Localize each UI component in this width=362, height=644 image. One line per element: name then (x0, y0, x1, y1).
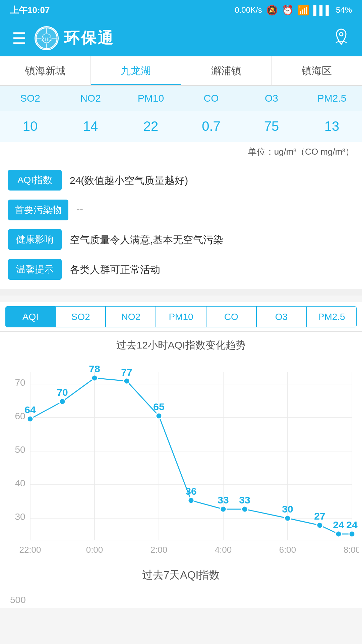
val-no2: 14 (60, 111, 121, 142)
pollutant-value: -- (68, 200, 354, 219)
point-3 (124, 378, 130, 384)
navbar-left: ☰ ZHB 环保通 (12, 26, 114, 50)
aqi-label: AQI指数 (8, 170, 62, 191)
location-tabs: 镇海新城 九龙湖 澥浦镇 镇海区 (0, 56, 362, 86)
alarm-icon: ⏰ (282, 5, 294, 16)
logo-icon: ZHB (35, 26, 59, 50)
point-10 (336, 531, 342, 537)
label-24b: 24 (346, 519, 358, 530)
info-row-pollutant: 首要污染物 -- (8, 200, 354, 221)
header-o3: O3 (241, 86, 302, 111)
point-1 (59, 398, 65, 405)
location-icon[interactable] (333, 28, 350, 49)
chart-tab-so2[interactable]: SO2 (56, 306, 106, 327)
val-co: 0.7 (181, 111, 241, 142)
pollutants-values: 10 14 22 0.7 75 13 (0, 111, 362, 142)
status-bar: 上午10:07 0.00K/s 🔕 ⏰ 📶 ▌▌▌ 54% (0, 0, 362, 20)
point-7 (242, 506, 248, 512)
point-5 (188, 497, 194, 503)
chart-tab-pm25[interactable]: PM2.5 (306, 306, 357, 327)
chart-area: 70 60 50 40 30 (3, 359, 359, 562)
val-pm25: 13 (302, 111, 362, 142)
x-label-400: 4:00 (215, 545, 232, 555)
header-pm10: PM10 (121, 86, 181, 111)
chart-tab-pm10[interactable]: PM10 (156, 306, 206, 327)
point-4 (156, 413, 162, 419)
status-time: 上午10:07 (10, 4, 50, 16)
label-30: 30 (282, 503, 293, 515)
point-11 (349, 531, 355, 537)
chart-tab-co[interactable]: CO (206, 306, 256, 327)
val-o3: 75 (241, 111, 302, 142)
mute-icon: 🔕 (266, 5, 278, 16)
header-so2: SO2 (0, 86, 60, 111)
chart-line (30, 378, 352, 534)
pollutant-label: 首要污染物 (8, 200, 68, 220)
label-33b: 33 (239, 494, 250, 505)
header-co: CO (181, 86, 241, 111)
label-70: 70 (57, 387, 68, 398)
chart-tab-aqi[interactable]: AQI (5, 306, 56, 327)
tab-zhenhaiq[interactable]: 镇海区 (272, 56, 362, 85)
info-section: AQI指数 24(数值越小空气质量越好) 首要污染物 -- 健康影响 空气质量令… (0, 163, 362, 289)
info-row-aqi: AQI指数 24(数值越小空气质量越好) (8, 170, 354, 192)
info-row-tip: 温馨提示 各类人群可正常活动 (8, 259, 354, 281)
label-24a: 24 (333, 519, 344, 530)
chart-title: 过去12小时AQI指数变化趋势 (3, 338, 359, 352)
logo-area: ZHB 环保通 (35, 26, 114, 50)
chart-container: 过去12小时AQI指数变化趋势 70 60 50 40 30 (0, 332, 362, 589)
chart-tab-o3[interactable]: O3 (256, 306, 307, 327)
label-33a: 33 (218, 494, 229, 505)
chart-section: AQI SO2 NO2 PM10 CO O3 PM2.5 过去12小时AQI指数… (0, 302, 362, 589)
point-9 (317, 522, 323, 528)
point-6 (220, 506, 226, 512)
signal-icon: ▌▌▌ (313, 5, 332, 15)
bottom-500-indicator: 500 (0, 589, 362, 608)
header-no2: NO2 (60, 86, 121, 111)
svg-text:40: 40 (15, 478, 25, 488)
label-27: 27 (314, 511, 325, 522)
chart-tabs: AQI SO2 NO2 PM10 CO O3 PM2.5 (0, 302, 362, 332)
svg-text:50: 50 (15, 444, 25, 455)
tip-label: 温馨提示 (8, 259, 62, 280)
pollutants-header: SO2 NO2 PM10 CO O3 PM2.5 (0, 86, 362, 111)
label-64: 64 (24, 404, 36, 415)
battery-status: 54% (336, 5, 352, 15)
tab-zhenhaixincheng[interactable]: 镇海新城 (0, 56, 91, 85)
tab-jiulonghu[interactable]: 九龙湖 (91, 56, 181, 85)
info-row-health: 健康影响 空气质量令人满意,基本无空气污染 (8, 229, 354, 251)
label-77: 77 (121, 367, 132, 378)
x-label-000: 0:00 (86, 545, 103, 555)
wifi-icon: 📶 (298, 5, 309, 16)
navbar: ☰ ZHB 环保通 (0, 20, 362, 56)
x-label-600: 6:00 (279, 545, 296, 555)
health-label: 健康影响 (8, 229, 62, 250)
aqi-value: 24(数值越小空气质量越好) (62, 170, 354, 192)
point-2 (92, 375, 98, 381)
x-label-2200: 22:00 (19, 545, 41, 555)
health-value: 空气质量令人满意,基本无空气污染 (62, 229, 354, 251)
label-78: 78 (89, 363, 100, 374)
network-speed: 0.00K/s (235, 5, 262, 15)
chart-tab-no2[interactable]: NO2 (106, 306, 156, 327)
point-8 (285, 515, 291, 521)
label-65: 65 (153, 401, 164, 412)
svg-text:30: 30 (15, 512, 25, 522)
x-label-200: 2:00 (150, 545, 168, 555)
chart-svg: 70 60 50 40 30 (3, 359, 359, 560)
status-right: 0.00K/s 🔕 ⏰ 📶 ▌▌▌ 54% (235, 5, 352, 16)
menu-icon[interactable]: ☰ (12, 29, 26, 48)
svg-point-7 (340, 33, 343, 36)
label-36: 36 (185, 486, 196, 497)
svg-text:60: 60 (15, 411, 25, 421)
header-pm25: PM2.5 (302, 86, 362, 111)
unit-text: 单位：ug/m³（CO mg/m³） (0, 142, 362, 163)
section-divider (0, 289, 362, 296)
tab-xiezhen[interactable]: 澥浦镇 (181, 56, 272, 85)
x-label-800: 8:00 (344, 545, 359, 555)
svg-text:70: 70 (15, 377, 25, 388)
chart-bottom-label: 过去7天AQI指数 (3, 562, 359, 589)
tip-value: 各类人群可正常活动 (62, 259, 354, 281)
pollutants-section: SO2 NO2 PM10 CO O3 PM2.5 10 14 22 0.7 75… (0, 86, 362, 163)
app-title: 环保通 (64, 28, 114, 49)
